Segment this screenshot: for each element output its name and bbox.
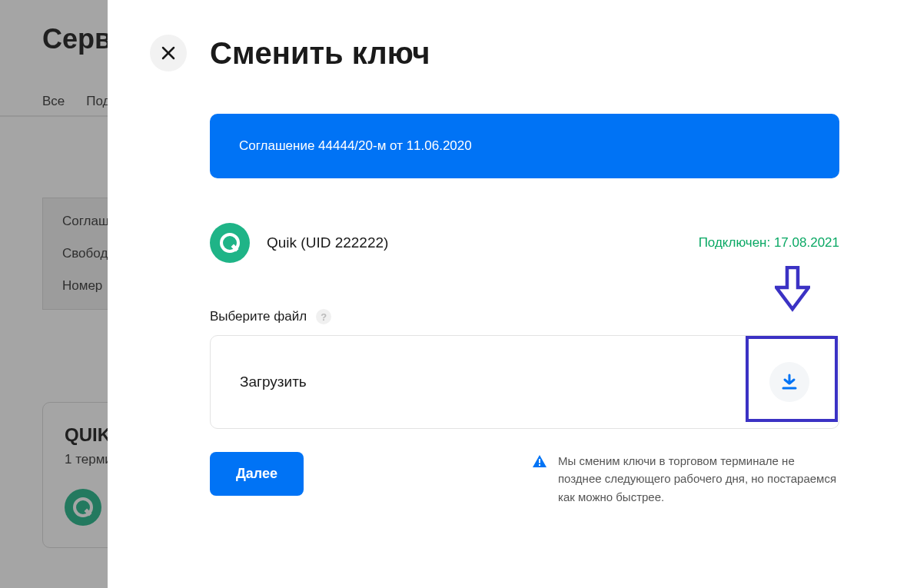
- connection-status: Подключен: 17.08.2021: [699, 235, 839, 251]
- close-icon: [161, 46, 175, 60]
- svg-rect-3: [539, 459, 540, 463]
- quik-logo-icon: [210, 223, 250, 263]
- info-text: Мы сменим ключи в торговом терминале не …: [558, 452, 839, 506]
- connection-row: Quik (UID 222222) Подключен: 17.08.2021: [210, 223, 839, 263]
- connection-left: Quik (UID 222222): [210, 223, 388, 263]
- annotation-arrow-icon: [775, 266, 810, 312]
- file-section: Выберите файл ? Загрузить: [210, 309, 839, 429]
- close-button[interactable]: [150, 35, 187, 71]
- download-icon: [780, 373, 799, 391]
- next-button[interactable]: Далее: [210, 452, 304, 496]
- modal-footer: Далее Мы сменим ключи в торговом термина…: [210, 452, 839, 506]
- svg-rect-4: [539, 464, 540, 466]
- modal-title: Сменить ключ: [210, 36, 430, 71]
- modal-change-key: Сменить ключ Соглашение 44444/20-м от 11…: [108, 0, 897, 588]
- warning-icon: [532, 453, 547, 469]
- help-icon[interactable]: ?: [316, 309, 331, 324]
- upload-label: Загрузить: [240, 374, 307, 390]
- modal-body: Соглашение 44444/20-м от 11.06.2020 Quik…: [210, 114, 839, 506]
- file-upload-box[interactable]: Загрузить: [210, 335, 839, 429]
- modal-header: Сменить ключ: [150, 35, 839, 71]
- connection-name: Quik (UID 222222): [267, 234, 388, 251]
- file-label-row: Выберите файл ?: [210, 309, 839, 324]
- file-label: Выберите файл: [210, 309, 307, 324]
- agreement-badge[interactable]: Соглашение 44444/20-м от 11.06.2020: [210, 114, 839, 178]
- info-block: Мы сменим ключи в торговом терминале не …: [532, 452, 839, 506]
- download-icon-circle: [769, 362, 809, 402]
